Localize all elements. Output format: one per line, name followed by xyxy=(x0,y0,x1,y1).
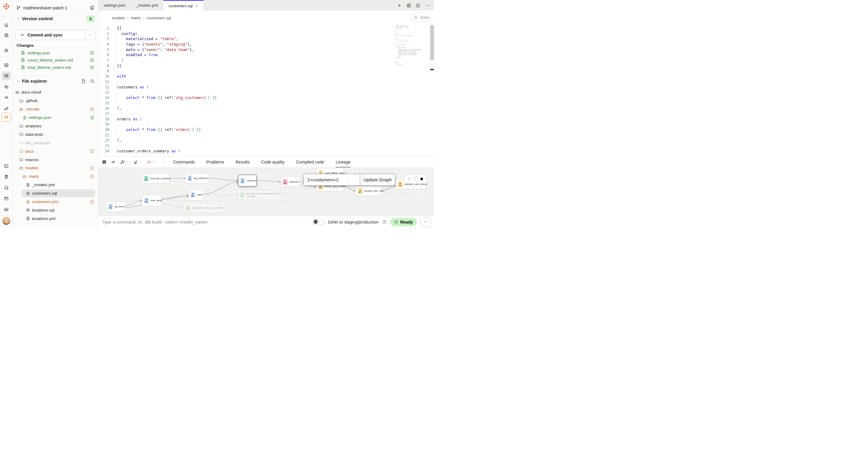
compile-code-button[interactable] xyxy=(111,160,116,165)
panel-tab-problems[interactable]: Problems xyxy=(207,156,224,168)
code-line-24[interactable]: 24customer_orders_summary as ( xyxy=(98,148,434,154)
help-icon[interactable] xyxy=(382,220,387,224)
more-options-icon[interactable] xyxy=(425,3,430,8)
rail-item-copy-windows[interactable] xyxy=(1,83,11,91)
modified-badge-icon[interactable] xyxy=(90,149,94,153)
changed-file[interactable]: total_lifetime_orders.md xyxy=(13,64,98,71)
lineage-node-customers[interactable]: MDLcustomers xyxy=(238,175,257,187)
tree-item-dbt-packages[interactable]: dbt_packages xyxy=(13,139,98,147)
add-badge-icon[interactable] xyxy=(90,116,94,120)
lineage-fullscreen-button[interactable] xyxy=(404,174,414,184)
tree-item-locations-sql[interactable]: locations.sql xyxy=(13,206,98,214)
panel-tab-compiled-code[interactable]: Compiled code xyxy=(296,156,324,168)
code-line-1[interactable]: 1{{ xyxy=(98,26,434,31)
lineage-node-orders[interactable]: MDLorders xyxy=(188,190,204,200)
panel-tab-results[interactable]: Results xyxy=(236,156,250,168)
rail-item-dbt-atom[interactable] xyxy=(1,113,11,121)
lineage-canvas[interactable]: SRCecom.raw_customersMDLstg_customersMDL… xyxy=(98,167,434,216)
code-line-23[interactable]: 23 xyxy=(98,143,434,148)
lineage-refresh-button[interactable] xyxy=(416,174,427,184)
tree-item-analyses[interactable]: analyses xyxy=(13,122,98,130)
tree-item-locations-yml[interactable]: locations.yml xyxy=(13,214,98,223)
panel-tab-lineage[interactable]: Lineage xyxy=(336,156,351,168)
update-graph-button[interactable]: Update Graph xyxy=(360,174,395,185)
save-button[interactable]: Save xyxy=(411,13,432,22)
modified-badge-icon[interactable] xyxy=(90,166,94,170)
tree-item--vscode[interactable]: .vscode xyxy=(13,105,98,113)
code-line-10[interactable]: 10with xyxy=(98,74,434,79)
code-line-8[interactable]: 8}} xyxy=(98,63,434,68)
changed-file[interactable]: count_lifetime_orders.md xyxy=(13,56,98,64)
format-button[interactable] xyxy=(133,160,142,165)
code-line-9[interactable]: 9 xyxy=(98,68,434,74)
tree-item-customers-sql[interactable]: customers.sql xyxy=(13,189,98,198)
search-files-icon[interactable] xyxy=(90,79,95,84)
lineage-node-average_order_value[interactable]: METaverage_order_value xyxy=(355,186,382,196)
commit-and-sync-button[interactable]: Commit and sync xyxy=(16,30,95,40)
rail-item-home[interactable] xyxy=(1,21,11,29)
status-ready-pill[interactable]: Ready xyxy=(390,218,417,226)
defer-toggle[interactable] xyxy=(313,219,324,225)
breadcrumb-models[interactable]: models xyxy=(112,16,125,20)
minimap[interactable]: {{ config( materialized = "table", tags … xyxy=(395,25,430,65)
panel-tab-commands[interactable]: Commands xyxy=(173,156,195,168)
breadcrumb-marts[interactable]: marts xyxy=(131,16,141,20)
split-editor-icon[interactable] xyxy=(415,3,421,8)
stage-file-icon[interactable] xyxy=(90,65,94,70)
code-line-22[interactable]: 22), xyxy=(98,138,434,143)
command-input[interactable]: Type a command, ex. dbt build --select <… xyxy=(98,220,313,225)
panel-tab-code-quality[interactable]: Code quality xyxy=(261,156,284,168)
code-line-15[interactable]: 15 xyxy=(98,101,434,106)
code-line-21[interactable]: 21 xyxy=(98,133,434,138)
code-line-11[interactable]: 11 xyxy=(98,79,434,84)
dbt-logo-icon[interactable] xyxy=(2,2,10,10)
rail-item-notebook[interactable] xyxy=(1,31,11,39)
modified-badge-icon[interactable] xyxy=(90,174,94,179)
editor-scrollbar-thumb[interactable] xyxy=(430,25,434,60)
code-line-14[interactable]: 14 select * from {{ ref('stg_customers')… xyxy=(98,95,434,101)
rail-item-browser[interactable] xyxy=(1,194,11,203)
code-line-17[interactable]: 17 xyxy=(98,111,434,116)
code-line-18[interactable]: 18orders as ( xyxy=(98,116,434,122)
code-editor[interactable]: 1{{2 config(3 materialized = "table",4 t… xyxy=(98,25,434,156)
rail-item-terminal[interactable] xyxy=(1,162,11,170)
lineage-node-stg_orders[interactable]: MDLstg_orders xyxy=(106,201,125,212)
copilot-button[interactable] xyxy=(147,160,156,165)
rail-item-clipboard[interactable] xyxy=(1,173,11,181)
tree-item-docs[interactable]: docs xyxy=(13,147,98,155)
breadcrumb-file[interactable]: customers.sql xyxy=(147,16,171,20)
rail-item-orchestration-link[interactable] xyxy=(1,105,11,113)
lineage-selector-input[interactable]: 2+customers+2 xyxy=(304,174,360,185)
notebook-icon[interactable] xyxy=(406,3,411,8)
code-line-6[interactable]: 6 enabled = true xyxy=(98,52,434,58)
commit-options-caret[interactable] xyxy=(85,30,95,40)
tree-item-data-tests[interactable]: data-tests xyxy=(13,130,98,139)
code-line-20[interactable]: 20 select * from {{ ref('orders') }} xyxy=(98,127,434,133)
code-line-3[interactable]: 3 materialized = "table", xyxy=(98,36,434,41)
status-more-button[interactable] xyxy=(421,217,431,227)
new-tab-icon[interactable] xyxy=(397,3,402,8)
tree-item-docs-cloud[interactable]: docs-cloud xyxy=(13,88,98,96)
rail-item-search-scan[interactable] xyxy=(1,93,11,102)
lineage-node-customers_sem[interactable]: SEMcustomers xyxy=(281,177,300,187)
new-file-icon[interactable] xyxy=(81,79,86,84)
rail-item-headset[interactable] xyxy=(1,183,11,192)
lineage-node-test_order_items[interactable]: TSTtest_order_items_compute_to_bools _co… xyxy=(238,190,280,200)
rail-item-stack[interactable] xyxy=(1,46,11,55)
version-control-header[interactable]: Version control xyxy=(13,15,98,23)
code-line-13[interactable]: 13 xyxy=(98,90,434,95)
rail-item-code-editor[interactable] xyxy=(1,72,11,80)
tree-item-marts[interactable]: marts xyxy=(13,172,98,181)
user-avatar[interactable] xyxy=(2,217,10,225)
code-line-12[interactable]: 12customers as ( xyxy=(98,84,434,90)
lineage-node-stg_customers[interactable]: MDLstg_customers xyxy=(185,173,208,183)
tree-item--github[interactable]: .github xyxy=(13,96,98,105)
rail-item-dashboard-grid[interactable] xyxy=(1,61,11,69)
tab--models-yml[interactable]: _models.yml xyxy=(131,0,163,10)
changed-file[interactable]: settings.json xyxy=(13,49,98,56)
code-line-5[interactable]: 5 meta = {"owner": "data-team"}, xyxy=(98,47,434,53)
build-tools-button[interactable] xyxy=(120,160,129,165)
tab-customers-sql[interactable]: customers.sql xyxy=(163,0,204,10)
tab-settings-json[interactable]: settings.json xyxy=(98,0,131,10)
lineage-node-raw_customers[interactable]: SRCecom.raw_customers xyxy=(142,173,169,183)
